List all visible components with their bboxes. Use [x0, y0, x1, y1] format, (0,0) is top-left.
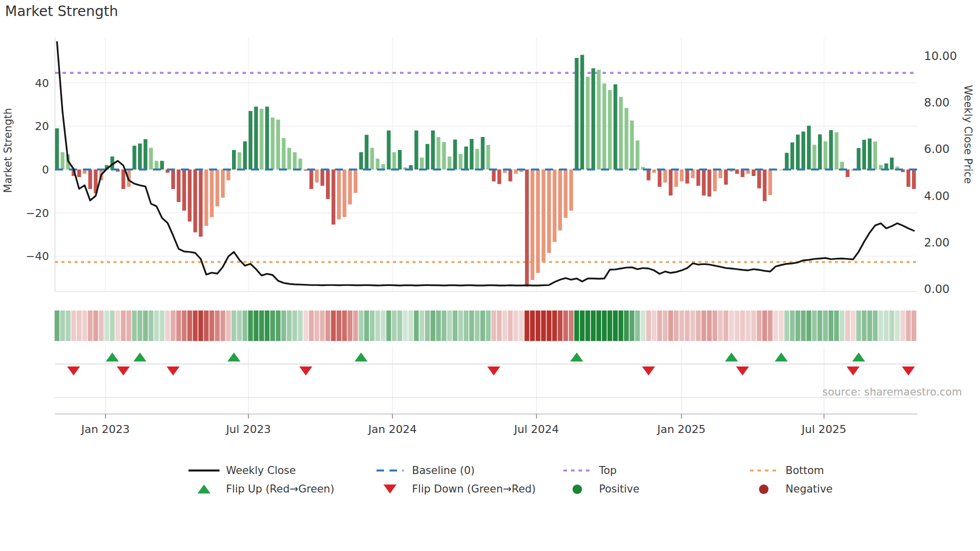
heatmap-cell: [541, 310, 546, 341]
tick-label: 0.00: [924, 282, 950, 296]
heatmap-cell: [292, 310, 298, 341]
flip-down-marker: [736, 366, 749, 376]
strength-bar: [614, 84, 618, 170]
heatmap-cell: [336, 310, 342, 341]
heatmap-cell: [756, 310, 762, 341]
strength-bar: [282, 138, 286, 170]
strength-bar: [586, 76, 590, 170]
strength-bar: [702, 170, 706, 196]
heatmap-cell: [204, 310, 209, 341]
strength-bar: [752, 170, 756, 176]
heatmap-cell: [88, 310, 93, 341]
tick-label: Jan 2025: [656, 423, 706, 436]
legend-item-bottom[interactable]: Bottom: [744, 463, 824, 478]
legend-item-negative[interactable]: Negative: [744, 482, 832, 496]
legend-item-baseline[interactable]: Baseline (0): [371, 463, 474, 478]
heatmap-cell: [657, 310, 662, 341]
heatmap-cell: [784, 310, 790, 341]
heatmap-cell: [425, 310, 430, 341]
strength-bar: [856, 148, 860, 170]
legend-label: Weekly Close: [226, 464, 296, 476]
strength-bar: [564, 170, 568, 218]
strength-bar: [216, 170, 220, 206]
heatmap-cell: [900, 310, 906, 341]
strength-bar: [354, 170, 358, 193]
strength-bar: [364, 135, 368, 170]
heatmap-cell: [458, 310, 463, 341]
strength-bar: [608, 90, 612, 170]
heatmap-cell: [602, 310, 607, 341]
strength-bar: [498, 170, 502, 184]
heatmap-cell: [856, 310, 861, 341]
tick-label: 10.00: [924, 50, 957, 62]
heatmap-cell: [121, 310, 126, 341]
strength-bar: [691, 170, 695, 178]
heatmap-cell: [558, 310, 562, 341]
heatmap-cell: [110, 310, 115, 341]
heatmap-cell: [840, 310, 844, 341]
tick-label: 8.00: [924, 96, 950, 109]
legend-label: Flip Up (Red→Green): [226, 483, 334, 495]
strength-bar: [458, 154, 462, 170]
heatmap-cell: [774, 310, 778, 341]
weekly-close-line-icon: [185, 470, 223, 472]
left-axis-title: Market Strength: [2, 108, 14, 193]
heatmap-cell: [126, 310, 132, 341]
strength-bar: [448, 156, 452, 170]
legend-item-weekly-close[interactable]: Weekly Close: [185, 463, 296, 478]
strength-bar: [846, 170, 850, 177]
heatmap-cell: [254, 310, 258, 341]
strength-bar: [580, 55, 584, 170]
negative-circle-icon: [744, 484, 782, 494]
strength-bar: [686, 170, 690, 184]
heatmap-cell: [502, 310, 508, 341]
strength-bar: [442, 142, 446, 170]
strength-bar: [194, 170, 198, 232]
heatmap-cell: [486, 310, 491, 341]
heatmap-cell: [442, 310, 446, 341]
heatmap-cell: [569, 310, 574, 341]
strength-bar: [486, 145, 490, 170]
strength-bar: [597, 70, 601, 170]
strength-bar: [376, 158, 380, 170]
strength-bar: [88, 170, 92, 189]
strength-bar: [802, 132, 806, 170]
strength-bar: [232, 150, 236, 170]
heatmap-cell: [348, 310, 352, 341]
heatmap-cell: [392, 310, 397, 341]
heatmap-cell: [630, 310, 634, 341]
legend-label: Bottom: [786, 464, 824, 476]
strength-bar: [780, 170, 784, 170]
flip-marker-panel: [55, 352, 918, 414]
strength-bar: [260, 109, 264, 170]
baseline-dash-icon: [371, 470, 409, 472]
legend-item-flip-down[interactable]: Flip Down (Green→Red): [371, 482, 536, 496]
heatmap-cell: [768, 310, 773, 341]
strength-bar: [288, 148, 292, 170]
strength-bar: [829, 130, 833, 170]
strength-bar: [138, 144, 142, 170]
heatmap-cell: [71, 310, 76, 341]
legend-item-flip-up[interactable]: Flip Up (Red→Green): [185, 482, 334, 496]
heatmap-cell: [170, 310, 176, 341]
heatmap-cell: [580, 310, 585, 341]
heatmap-cell: [696, 310, 701, 341]
top-dotted-icon: [558, 470, 596, 472]
strength-bar: [320, 170, 324, 186]
strength-bar: [768, 170, 772, 195]
heatmap-cell: [143, 310, 148, 341]
heatmap-cell: [226, 310, 231, 341]
strength-bar: [912, 170, 916, 189]
strength-bar: [254, 106, 258, 170]
strength-bar: [840, 162, 844, 170]
heatmap-cell: [635, 310, 640, 341]
strength-bar: [680, 170, 684, 182]
legend-item-top[interactable]: Top: [558, 463, 616, 478]
legend-item-positive[interactable]: Positive: [558, 482, 640, 496]
heatmap-cell: [264, 310, 270, 341]
strength-bar: [536, 170, 540, 273]
heatmap-cell: [718, 310, 723, 341]
tick-label: 0: [42, 164, 49, 176]
tick-label: Jul 2025: [800, 423, 846, 436]
legend-label: Baseline (0): [412, 464, 474, 476]
